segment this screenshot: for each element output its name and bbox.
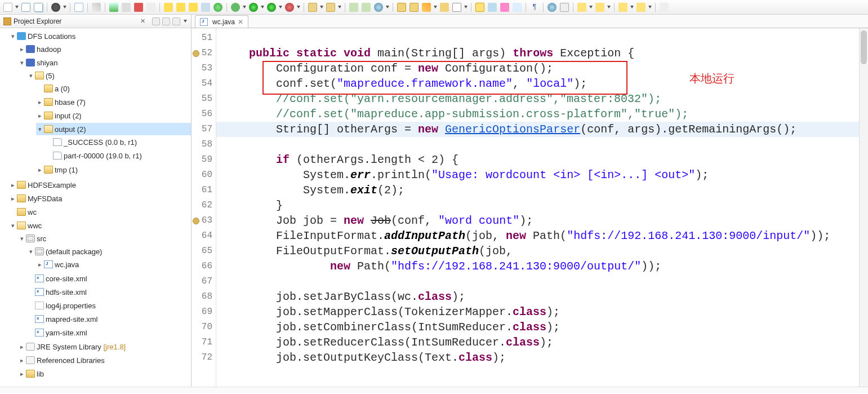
toolbar-card-icon[interactable] xyxy=(452,3,461,12)
toolbar-pointer-icon[interactable] xyxy=(92,3,101,12)
dropdown-icon[interactable] xyxy=(320,6,323,8)
tree-yarn-site[interactable]: yarn-site.xml xyxy=(27,326,191,339)
toolbar-server-icon[interactable] xyxy=(349,3,358,12)
toolbar-forward-icon[interactable] xyxy=(636,3,646,12)
toolbar-save-icon[interactable] xyxy=(21,3,30,12)
toolbar-newclass-icon[interactable] xyxy=(326,3,335,12)
toolbar-pin-icon[interactable] xyxy=(660,3,669,12)
folder-icon xyxy=(44,166,53,174)
tree-hdfs-site[interactable]: hdfs-site.xml xyxy=(27,286,191,298)
toolbar-folder1-icon[interactable] xyxy=(397,3,406,12)
dropdown-icon[interactable] xyxy=(15,6,19,8)
dropdown-icon[interactable] xyxy=(297,6,300,8)
folder-icon xyxy=(26,370,35,378)
focus-icon[interactable] xyxy=(172,17,180,25)
dropdown-icon[interactable] xyxy=(243,6,246,8)
dropdown-icon[interactable] xyxy=(386,6,389,8)
toolbar-resume-icon[interactable] xyxy=(109,3,118,12)
tree-part[interactable]: part-r-00000 (19.0 b, r1) xyxy=(45,149,191,162)
toolbar-external-icon[interactable] xyxy=(285,3,294,12)
toolbar-opentype-icon[interactable] xyxy=(488,3,497,12)
tree-success[interactable]: _SUCCESS (0.0 b, r1) xyxy=(45,136,191,148)
tree-myfsdata[interactable]: ▸MyFSData xyxy=(9,192,191,205)
tree-src[interactable]: ▾src xyxy=(18,232,191,245)
toolbar-globe-icon[interactable] xyxy=(374,3,383,12)
toolbar-next-icon[interactable] xyxy=(595,3,604,12)
dropdown-icon[interactable] xyxy=(630,6,634,8)
toolbar-back-icon[interactable] xyxy=(618,3,627,12)
tree-mapred-site[interactable]: mapred-site.xml xyxy=(27,313,191,325)
dropdown-icon[interactable] xyxy=(607,6,611,8)
separator-icon xyxy=(70,3,70,12)
separator-icon xyxy=(87,3,88,12)
toolbar-stepover-icon[interactable] xyxy=(176,3,185,12)
tree-hdfsexample[interactable]: ▸HDFSExample xyxy=(9,179,191,191)
toolbar-disconnect-icon[interactable] xyxy=(146,3,155,12)
tree-jre[interactable]: ▸JRE System Library [jre1.8] xyxy=(18,340,191,353)
toolbar-key-icon[interactable] xyxy=(440,3,449,12)
toolbar-task-icon[interactable] xyxy=(513,3,522,12)
tree-label: mapred-site.xml xyxy=(46,315,97,324)
toolbar-stop-icon[interactable] xyxy=(134,3,143,12)
toolbar-debug-icon[interactable] xyxy=(231,3,240,12)
dropdown-icon[interactable] xyxy=(261,6,264,8)
tree-shiyan[interactable]: ▾shiyan xyxy=(18,56,191,69)
tree-wc[interactable]: wc xyxy=(9,206,191,218)
tree-ref-libs[interactable]: ▸Referenced Libraries xyxy=(18,354,191,366)
tree-dfs-locations[interactable]: ▾DFS Locations xyxy=(9,30,191,42)
close-view-icon[interactable]: ✕ xyxy=(140,17,145,25)
tree-hadoop[interactable]: ▸hadoop xyxy=(18,43,191,55)
tree-lib[interactable]: ▸lib xyxy=(18,368,191,380)
tree-label: HDFSExample xyxy=(28,181,76,189)
toolbar-saveall-icon[interactable] xyxy=(34,3,43,12)
toolbar-new-icon[interactable] xyxy=(3,3,12,12)
toolbar-stepreturn-icon[interactable] xyxy=(189,3,198,12)
code-editor[interactable]: 5152535455565758596061626364656667686970… xyxy=(192,28,868,387)
toolbar-swap-icon[interactable] xyxy=(213,3,222,12)
dropdown-icon[interactable] xyxy=(464,6,468,8)
collapse-all-icon[interactable] xyxy=(162,17,170,25)
toolbar-outline-icon[interactable] xyxy=(74,3,83,12)
toolbar-search-icon[interactable] xyxy=(475,3,484,12)
toolbar-wand-icon[interactable] xyxy=(422,3,431,12)
dropdown-icon[interactable] xyxy=(434,6,437,8)
tree-wwc[interactable]: ▾wwc xyxy=(9,219,191,232)
editor-tab-wcjava[interactable]: wc.java ✕ xyxy=(195,15,248,28)
toolbar-browser-icon[interactable] xyxy=(547,3,557,12)
toolbar-pause-icon[interactable] xyxy=(122,3,131,12)
dropdown-icon[interactable] xyxy=(63,6,66,8)
tree-tmp[interactable]: ▸tmp (1) xyxy=(36,163,191,176)
toolbar-pilcrow-icon[interactable]: ¶ xyxy=(530,3,539,12)
tree-wcjava[interactable]: ▸wc.java xyxy=(36,258,191,271)
tree-input[interactable]: ▸input (2) xyxy=(36,109,191,122)
toolbar-newpkg-icon[interactable] xyxy=(308,3,317,12)
project-tree[interactable]: ▾DFS Locations ▸hadoop ▾shiyan ▾(5) a (0… xyxy=(0,28,191,387)
tree-node-5[interactable]: ▾(5) xyxy=(27,69,191,82)
toolbar-coverage-icon[interactable] xyxy=(267,3,276,12)
link-with-editor-icon[interactable] xyxy=(152,17,160,25)
toolbar-prop-icon[interactable] xyxy=(560,3,569,12)
dropdown-icon[interactable] xyxy=(648,6,652,8)
toolbar-perspective-icon[interactable] xyxy=(51,3,60,12)
tree-default-package[interactable]: ▾(default package) xyxy=(27,245,191,258)
tree-core-site[interactable]: core-site.xml xyxy=(27,272,191,285)
dropdown-icon[interactable] xyxy=(589,6,593,8)
tree-output[interactable]: ▾output (2) xyxy=(36,123,191,135)
tree-label: _SUCCESS (0.0 b, r1) xyxy=(64,138,137,147)
tree-a0[interactable]: a (0) xyxy=(36,82,191,95)
dropdown-icon[interactable] xyxy=(279,6,282,8)
tree-label: core-site.xml xyxy=(46,275,87,283)
tree-log4j[interactable]: log4j.properties xyxy=(27,299,191,312)
dropdown-icon[interactable] xyxy=(338,6,341,8)
view-menu-icon[interactable] xyxy=(184,20,187,23)
toolbar-droptoframe-icon[interactable] xyxy=(201,3,210,12)
toolbar-prev-icon[interactable] xyxy=(577,3,586,12)
toolbar-stepinto-icon[interactable] xyxy=(164,3,173,12)
toolbar-annot-icon[interactable] xyxy=(500,3,509,12)
toolbar-run-icon[interactable] xyxy=(249,3,258,12)
toolbar-server2-icon[interactable] xyxy=(362,3,371,12)
close-tab-icon[interactable]: ✕ xyxy=(238,18,243,26)
toolbar-folder2-icon[interactable] xyxy=(409,3,419,12)
code-content[interactable]: public static void main(String[] args) t… xyxy=(216,28,868,387)
tree-hbase[interactable]: ▸hbase (7) xyxy=(36,96,191,108)
